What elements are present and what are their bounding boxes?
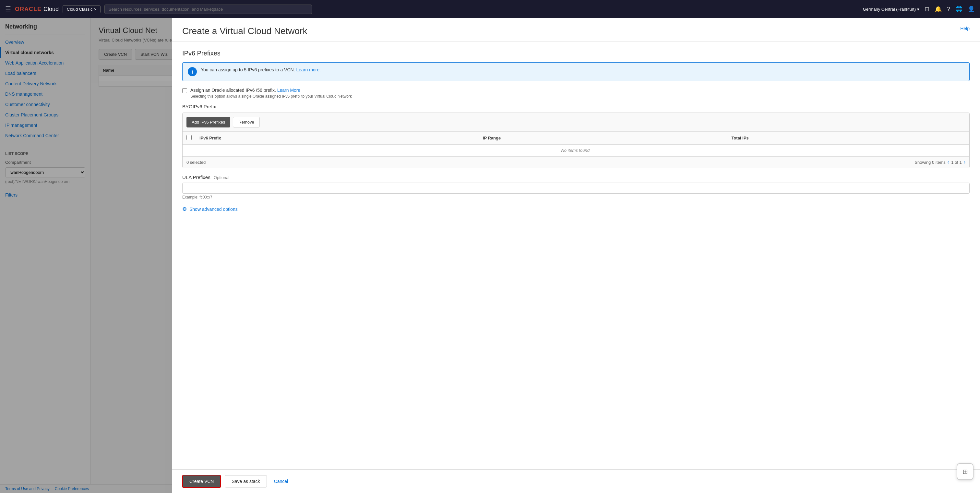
section-title: IPv6 Prefixes (182, 49, 970, 57)
user-icon[interactable]: 👤 (968, 5, 975, 13)
ula-label: ULA Prefixes Optional (182, 175, 970, 180)
ula-section: ULA Prefixes Optional Example: fc00::/7 (182, 175, 970, 199)
showing-label: Showing 0 items (915, 160, 945, 165)
oracle-text: ORACLE (15, 6, 41, 13)
cloud-text: Cloud (43, 6, 59, 13)
select-all-checkbox[interactable] (186, 135, 192, 140)
advanced-options-link[interactable]: ⚙ Show advanced options (182, 206, 970, 212)
next-page-button[interactable]: › (964, 159, 966, 165)
save-as-stack-button[interactable]: Save as stack (225, 475, 267, 488)
oracle-ipv6-checkbox[interactable] (182, 88, 187, 93)
ula-input[interactable] (182, 183, 970, 194)
modal-body: IPv6 Prefixes i You can assign up to 5 I… (172, 42, 980, 469)
console-icon[interactable]: ⊡ (924, 5, 929, 13)
checkbox-label: Assign an Oracle allocated IPv6 /56 pref… (190, 87, 352, 93)
learn-more-link[interactable]: Learn more (296, 67, 320, 72)
oracle-logo: ORACLE Cloud (15, 6, 59, 13)
no-items-cell: No items found. (183, 145, 969, 156)
help-icon[interactable]: ? (947, 6, 950, 13)
info-icon: i (188, 67, 197, 76)
table-footer: 0 selected Showing 0 items ‹ 1 of 1 › (183, 156, 969, 168)
globe-icon[interactable]: 🌐 (955, 5, 963, 13)
ipv6-table: IPv6 Prefix IP Range Total IPs No items … (183, 132, 969, 156)
support-fab[interactable]: ⊞ (957, 463, 974, 480)
byoipv6-box: Add IPv6 Prefixes Remove IPv6 Prefix IP … (182, 113, 970, 168)
bell-icon[interactable]: 🔔 (935, 5, 942, 13)
no-items-row: No items found. (183, 145, 969, 156)
selected-count: 0 selected (186, 160, 205, 165)
learn-more-checkbox-link[interactable]: Learn More (277, 87, 301, 93)
modal-title: Create a Virtual Cloud Network (182, 26, 307, 36)
create-vcn-modal: Create a Virtual Cloud Network Help IPv6… (172, 18, 980, 493)
header: ☰ ORACLE Cloud Cloud Classic > Germany C… (0, 0, 980, 18)
byoipv6-actions: Add IPv6 Prefixes Remove (183, 113, 969, 132)
th-checkbox (183, 132, 196, 145)
search-input[interactable] (104, 5, 312, 14)
modal-header: Create a Virtual Cloud Network Help (172, 18, 980, 42)
support-icon: ⊞ (963, 468, 968, 476)
oracle-ipv6-checkbox-row: Assign an Oracle allocated IPv6 /56 pref… (182, 87, 970, 99)
info-box: i You can assign up to 5 IPv6 prefixes t… (182, 62, 970, 81)
prev-page-button[interactable]: ‹ (948, 159, 949, 165)
sliders-icon: ⚙ (182, 206, 187, 212)
create-vcn-submit-button[interactable]: Create VCN (182, 475, 221, 488)
cancel-button[interactable]: Cancel (271, 476, 291, 487)
hamburger-icon[interactable]: ☰ (5, 5, 11, 13)
page-indicator: 1 of 1 (951, 160, 962, 165)
header-right: Germany Central (Frankfurt) ▾ ⊡ 🔔 ? 🌐 👤 (863, 5, 975, 13)
modal-footer: Create VCN Save as stack Cancel (172, 469, 980, 493)
th-ipv6-prefix: IPv6 Prefix (196, 132, 479, 145)
help-link[interactable]: Help (960, 26, 970, 31)
ula-example: Example: fc00::/7 (182, 195, 970, 199)
info-text: You can assign up to 5 IPv6 prefixes to … (201, 67, 321, 72)
th-total-ips: Total IPs (727, 132, 969, 145)
ula-optional: Optional (214, 175, 229, 180)
byoipv6-label: BYOIPv6 Prefix (182, 104, 970, 109)
cloud-classic-button[interactable]: Cloud Classic > (63, 5, 100, 13)
region-selector[interactable]: Germany Central (Frankfurt) ▾ (863, 7, 920, 12)
remove-ipv6-button[interactable]: Remove (233, 117, 259, 127)
pagination: Showing 0 items ‹ 1 of 1 › (915, 159, 966, 165)
add-ipv6-button[interactable]: Add IPv6 Prefixes (186, 117, 230, 127)
th-ip-range: IP Range (479, 132, 728, 145)
checkbox-sub: Selecting this option allows a single Or… (190, 94, 352, 99)
